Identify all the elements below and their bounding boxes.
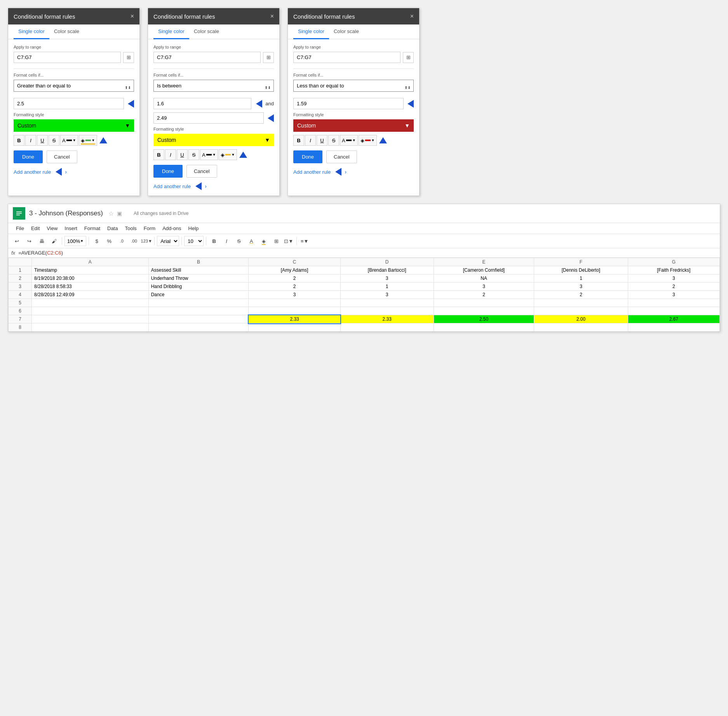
redo-btn[interactable]: ↪	[24, 236, 35, 246]
col-header-f[interactable]: F	[534, 258, 628, 266]
cell-3d[interactable]: 1	[340, 283, 434, 291]
menu-edit[interactable]: Edit	[28, 224, 43, 233]
value-input-2a[interactable]	[153, 98, 251, 109]
cell-5f[interactable]	[534, 299, 628, 307]
menu-insert[interactable]: Insert	[61, 224, 80, 233]
cell-6f[interactable]	[534, 307, 628, 315]
format-num-btn[interactable]: 123▼	[141, 236, 152, 246]
cell-2f[interactable]: 1	[534, 274, 628, 283]
custom-btn-3[interactable]: Custom ▼	[293, 119, 414, 132]
star-icon[interactable]: ☆	[108, 210, 114, 217]
tab-color-scale-1[interactable]: Color scale	[49, 24, 84, 39]
col-header-c[interactable]: C	[249, 258, 340, 266]
condition-select-1[interactable]: Greater than or equal to Is between Less…	[14, 80, 134, 92]
cell-3a[interactable]: 8/28/2018 8:58:33	[32, 283, 149, 291]
cell-3g[interactable]: 2	[628, 283, 719, 291]
tab-single-color-3[interactable]: Single color	[293, 24, 329, 39]
cell-7d[interactable]: 2.33	[340, 315, 434, 323]
cell-4e[interactable]: 2	[434, 291, 534, 299]
cell-4f[interactable]: 2	[534, 291, 628, 299]
col-header-e[interactable]: E	[434, 258, 534, 266]
font-color-btn-1[interactable]: A ▼	[60, 135, 78, 146]
grid-icon-1[interactable]: ⊞	[123, 52, 134, 63]
percent-btn[interactable]: %	[104, 236, 115, 246]
strikethrough-btn-3[interactable]: S	[328, 135, 339, 146]
col-header-g[interactable]: G	[628, 258, 719, 266]
bold-btn-3[interactable]: B	[293, 135, 304, 146]
range-input-1[interactable]	[14, 52, 121, 63]
format-paint-btn[interactable]: 🖌	[49, 236, 59, 246]
add-rule-3[interactable]: Add another rule ›	[293, 168, 414, 176]
cell-4c[interactable]: 3	[249, 291, 340, 299]
cell-7c[interactable]: 2.33	[249, 315, 340, 323]
underline-btn-1[interactable]: U	[37, 135, 48, 146]
cell-4b[interactable]: Dance	[148, 291, 249, 299]
cell-8e[interactable]	[434, 323, 534, 332]
tab-color-scale-3[interactable]: Color scale	[329, 24, 364, 39]
cell-8a[interactable]	[32, 323, 149, 332]
strikethrough-btn-2[interactable]: S	[188, 149, 199, 160]
cell-1d[interactable]: [Brendan Bartocci]	[340, 266, 434, 274]
cell-8d[interactable]	[340, 323, 434, 332]
menu-help[interactable]: Help	[185, 224, 202, 233]
cell-1f[interactable]: [Dennis DeLiberto]	[534, 266, 628, 274]
cell-8g[interactable]	[628, 323, 719, 332]
cell-8b[interactable]	[148, 323, 249, 332]
cell-3f[interactable]: 3	[534, 283, 628, 291]
menu-form[interactable]: Form	[141, 224, 158, 233]
cell-2a[interactable]: 8/19/2018 20:38:00	[32, 274, 149, 283]
cell-7b[interactable]	[148, 315, 249, 323]
cell-3e[interactable]: 3	[434, 283, 534, 291]
add-rule-1[interactable]: Add another rule ›	[14, 168, 134, 176]
cell-6e[interactable]	[434, 307, 534, 315]
cell-6d[interactable]	[340, 307, 434, 315]
underline-btn-2[interactable]: U	[177, 149, 188, 160]
grid-icon-2[interactable]: ⊞	[263, 52, 274, 63]
value-input-1[interactable]	[14, 98, 124, 109]
fill-color-toolbar-btn[interactable]: ◈	[258, 236, 269, 246]
decimal-inc-btn[interactable]: .00	[129, 236, 139, 246]
font-size-select[interactable]: 10	[184, 236, 204, 246]
cell-1c[interactable]: [Amy Adams]	[249, 266, 340, 274]
cell-1a[interactable]: Timestamp	[32, 266, 149, 274]
cancel-btn-2[interactable]: Cancel	[186, 165, 217, 178]
cell-5a[interactable]	[32, 299, 149, 307]
menu-tools[interactable]: Tools	[122, 224, 139, 233]
menu-addons[interactable]: Add-ons	[159, 224, 184, 233]
italic-toolbar-btn[interactable]: I	[221, 236, 232, 246]
strikethrough-btn-1[interactable]: S	[49, 135, 59, 146]
tab-color-scale-2[interactable]: Color scale	[189, 24, 224, 39]
currency-btn[interactable]: $	[91, 236, 102, 246]
italic-btn-2[interactable]: I	[165, 149, 176, 160]
cell-2e[interactable]: NA	[434, 274, 534, 283]
cell-5c[interactable]	[249, 299, 340, 307]
cell-8c[interactable]	[249, 323, 340, 332]
cell-5e[interactable]	[434, 299, 534, 307]
font-color-btn-2[interactable]: A ▼	[200, 149, 218, 160]
decimal-dec-btn[interactable]: .0	[116, 236, 127, 246]
done-btn-1[interactable]: Done	[14, 150, 43, 163]
range-input-3[interactable]	[293, 52, 401, 63]
col-header-b[interactable]: B	[148, 258, 249, 266]
italic-btn-3[interactable]: I	[305, 135, 316, 146]
folder-icon[interactable]: ▣	[117, 210, 122, 217]
cell-5b[interactable]	[148, 299, 249, 307]
cell-6b[interactable]	[148, 307, 249, 315]
menu-file[interactable]: File	[13, 224, 27, 233]
borders-toolbar-btn[interactable]: ⊞	[271, 236, 282, 246]
condition-select-3[interactable]: Less than or equal to Greater than or eq…	[293, 80, 414, 92]
italic-btn-1[interactable]: I	[25, 135, 36, 146]
menu-data[interactable]: Data	[104, 224, 121, 233]
menu-view[interactable]: View	[44, 224, 61, 233]
cell-4a[interactable]: 8/28/2018 12:49:09	[32, 291, 149, 299]
cell-1g[interactable]: [Faith Fredricks]	[628, 266, 719, 274]
strikethrough-toolbar-btn[interactable]: S	[233, 236, 244, 246]
cell-2b[interactable]: Underhand Throw	[148, 274, 249, 283]
fill-color-btn-2[interactable]: ◈ ▼	[219, 149, 237, 160]
bold-toolbar-btn[interactable]: B	[209, 236, 219, 246]
bold-btn-2[interactable]: B	[153, 149, 164, 160]
cell-1b[interactable]: Assessed Skill	[148, 266, 249, 274]
cell-5g[interactable]	[628, 299, 719, 307]
cell-7e[interactable]: 2.50	[434, 315, 534, 323]
cancel-btn-1[interactable]: Cancel	[47, 150, 77, 163]
